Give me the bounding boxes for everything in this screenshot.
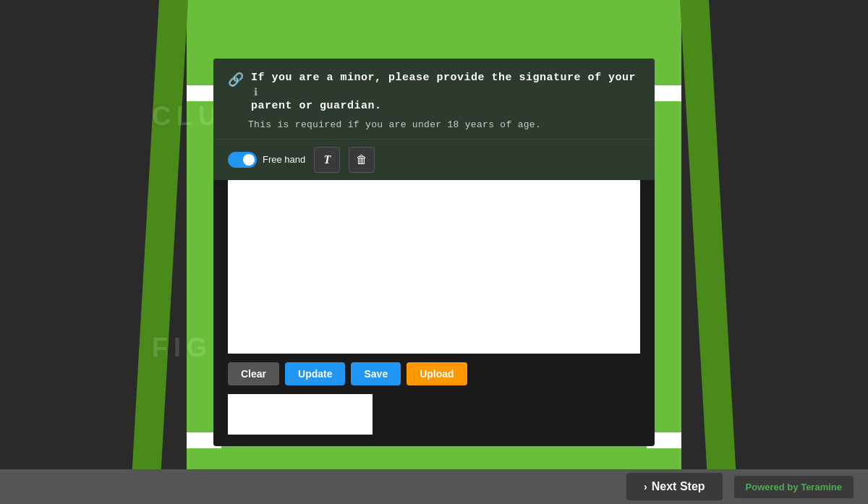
toggle-track[interactable] — [228, 152, 257, 168]
toggle-label: Free hand — [263, 154, 305, 165]
signature-preview — [228, 394, 373, 435]
header-subtitle: This is required if you are under 18 yea… — [228, 119, 640, 130]
header-title-row: 🔗 If you are a minor, please provide the… — [228, 70, 640, 114]
header-title-line2: parent or guardian. — [251, 100, 382, 112]
main-modal: 🔗 If you are a minor, please provide the… — [213, 59, 655, 446]
freehand-toggle[interactable] — [228, 152, 257, 168]
upload-button[interactable]: Upload — [407, 362, 467, 385]
update-button[interactable]: Update — [285, 362, 345, 385]
signature-canvas[interactable] — [228, 180, 640, 354]
text-tool-button[interactable]: T — [314, 147, 340, 173]
clear-button[interactable]: Clear — [228, 362, 279, 385]
next-step-button[interactable]: › Next Step — [626, 473, 722, 500]
toggle-thumb — [243, 154, 255, 166]
footer-bar: › Next Step Powered by Teramine — [0, 469, 868, 504]
action-buttons-row: Clear Update Save Upload — [213, 354, 655, 394]
powered-by-badge: Powered by Teramine — [734, 476, 854, 498]
modal-header: 🔗 If you are a minor, please provide the… — [213, 59, 655, 139]
arrow-icon: › — [644, 481, 647, 492]
next-step-label: Next Step — [652, 480, 705, 493]
save-button[interactable]: Save — [351, 362, 401, 385]
header-title-block: If you are a minor, please provide the s… — [251, 70, 640, 114]
delete-icon: 🗑 — [356, 153, 367, 166]
text-tool-icon: T — [323, 153, 331, 166]
powered-by-prefix: Powered by — [746, 482, 799, 492]
controls-row: Free hand T 🗑 — [213, 139, 655, 180]
info-icon[interactable]: ℹ — [254, 86, 258, 98]
link-icon: 🔗 — [228, 72, 244, 87]
header-title-line1: If you are a minor, please provide the s… — [251, 72, 636, 84]
powered-by-brand: Teramine — [801, 482, 842, 492]
toggle-container: Free hand — [228, 152, 305, 168]
delete-tool-button[interactable]: 🗑 — [349, 147, 375, 173]
